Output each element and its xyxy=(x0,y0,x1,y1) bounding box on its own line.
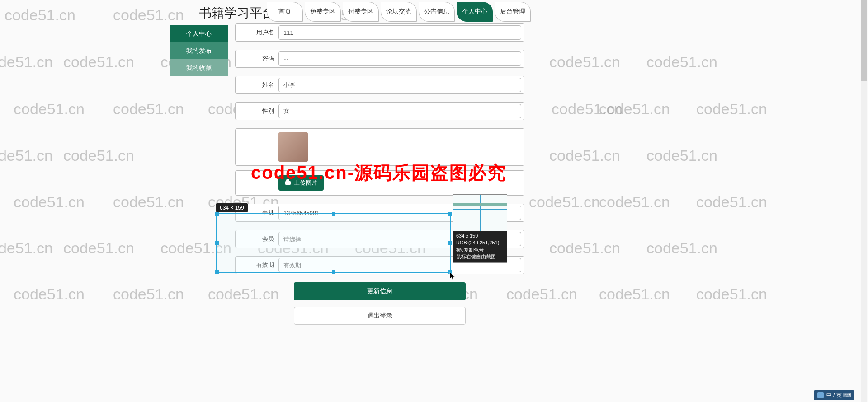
magnifier-size: 634 x 159 xyxy=(456,233,504,239)
top-nav: 首页免费专区付费专区论坛交流公告信息个人中心后台管理 xyxy=(267,2,531,22)
ime-label: 中 / 英 ⌨ xyxy=(826,392,851,399)
watermark: code51.cn xyxy=(549,147,620,164)
magnifier-info: 634 x 159 RGB:(249,251,251) 按c复制色号 鼠标右键自… xyxy=(453,231,507,262)
cursor-icon xyxy=(449,272,456,282)
watermark: code51.cn xyxy=(113,100,184,118)
watermark: code51.cn xyxy=(0,53,53,71)
label-name: 姓名 xyxy=(236,81,278,89)
magnifier-copy-hint: 按c复制色号 xyxy=(456,247,504,253)
watermark: code51.cn xyxy=(113,285,184,303)
watermark: code51.cn xyxy=(552,100,623,118)
nav-item-3[interactable]: 论坛交流 xyxy=(381,2,417,22)
ime-icon xyxy=(817,392,824,398)
nav-item-0[interactable]: 首页 xyxy=(267,2,303,22)
sidebar-item-2[interactable]: 我的收藏 xyxy=(170,59,228,76)
sidebar-item-0[interactable]: 个人中心 xyxy=(170,25,228,42)
nav-item-4[interactable]: 公告信息 xyxy=(419,2,455,22)
logout-button[interactable]: 退出登录 xyxy=(294,307,466,325)
input-password[interactable]: ··· xyxy=(278,51,521,66)
watermark: code51.cn xyxy=(646,147,717,164)
magnifier-rightclick-hint: 鼠标右键自由截图 xyxy=(456,253,504,260)
row-username: 用户名 111 xyxy=(235,23,524,42)
watermark: code51.cn xyxy=(0,239,53,257)
watermark: code51.cn xyxy=(599,193,670,211)
label-expire: 有效期 xyxy=(236,261,278,269)
magnifier-view xyxy=(453,195,507,231)
page-scrollbar[interactable] xyxy=(861,0,867,402)
label-gender: 性别 xyxy=(236,107,278,115)
watermark: code51.cn xyxy=(14,285,85,303)
nav-item-2[interactable]: 付费专区 xyxy=(343,2,379,22)
watermark: code51.cn xyxy=(599,285,670,303)
watermark: code51.cn xyxy=(63,53,134,71)
watermark: code51.cn xyxy=(646,239,717,257)
watermark: code51.cn xyxy=(113,193,184,211)
nav-item-1[interactable]: 免费专区 xyxy=(305,2,341,22)
capture-size-badge: 634 × 159 xyxy=(216,203,248,212)
row-password: 密码 ··· xyxy=(235,50,524,68)
magnifier-rgb: RGB:(249,251,251) xyxy=(456,239,504,246)
watermark: code51.cn xyxy=(529,193,600,211)
watermark: code51.cn xyxy=(63,147,134,164)
watermark: code51.cn xyxy=(646,53,717,71)
watermark: code51.cn xyxy=(696,193,767,211)
sidebar: 个人中心我的发布我的收藏 xyxy=(170,25,228,76)
select-gender[interactable]: 女 xyxy=(278,104,521,118)
label-password: 密码 xyxy=(236,55,278,63)
brand-title: 书籍学习平台 xyxy=(199,5,275,22)
watermark: code51.cn xyxy=(696,285,767,303)
sidebar-item-1[interactable]: 我的发布 xyxy=(170,42,228,59)
watermark: code51.cn xyxy=(599,100,670,118)
label-member: 会员 xyxy=(236,235,278,243)
watermark: code51.cn xyxy=(696,100,767,118)
avatar-image xyxy=(278,132,308,162)
ime-toolbar[interactable]: 中 / 英 ⌨ xyxy=(814,390,854,400)
nav-item-5[interactable]: 个人中心 xyxy=(457,2,493,22)
watermark: code51.cn xyxy=(14,100,85,118)
watermark: code51.cn xyxy=(63,239,134,257)
input-username[interactable]: 111 xyxy=(278,25,521,40)
watermark: code51.cn xyxy=(160,239,231,257)
update-button[interactable]: 更新信息 xyxy=(294,282,466,300)
label-username: 用户名 xyxy=(236,28,278,37)
watermark: code51.cn xyxy=(0,147,53,164)
capture-magnifier: 634 x 159 RGB:(249,251,251) 按c复制色号 鼠标右键自… xyxy=(453,194,507,263)
row-gender: 性别 女 xyxy=(235,102,524,120)
row-name: 姓名 小李 xyxy=(235,76,524,94)
watermark-red: code51.cn-源码乐园盗图必究 xyxy=(251,160,506,185)
watermark: code51.cn xyxy=(549,53,620,71)
watermark: code51.cn xyxy=(14,193,85,211)
nav-item-6[interactable]: 后台管理 xyxy=(495,2,531,22)
watermark: code51.cn xyxy=(549,239,620,257)
input-name[interactable]: 小李 xyxy=(278,78,521,92)
header: 书籍学习平台 首页免费专区付费专区论坛交流公告信息个人中心后台管理 xyxy=(0,0,868,25)
